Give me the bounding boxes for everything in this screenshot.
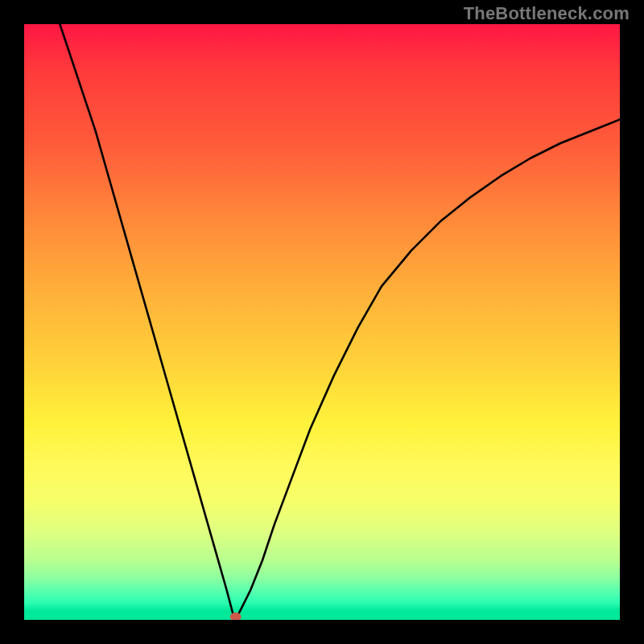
plot-area <box>24 24 620 620</box>
plot-svg <box>24 24 620 620</box>
watermark-text: TheBottleneck.com <box>464 3 630 24</box>
bottleneck-curve <box>60 24 620 617</box>
chart-frame: TheBottleneck.com <box>0 0 644 644</box>
